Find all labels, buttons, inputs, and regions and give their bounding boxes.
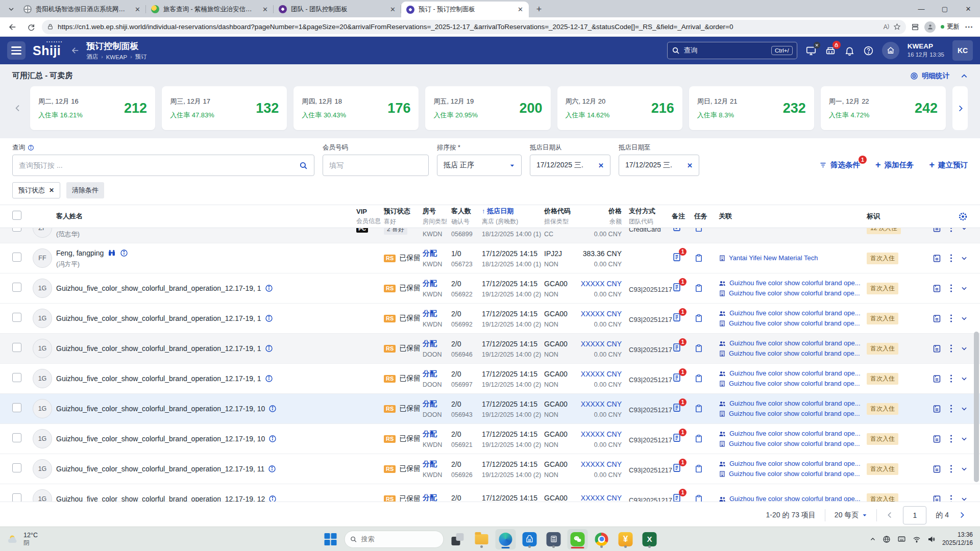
expand-row-chevron-icon[interactable] xyxy=(961,228,968,232)
related-link[interactable]: Guizhou five color show colorful brand o… xyxy=(719,494,867,502)
registration-card-icon[interactable] xyxy=(932,434,942,444)
hamburger-menu-icon[interactable] xyxy=(7,41,26,60)
info-icon[interactable] xyxy=(265,344,273,353)
tab-close-icon[interactable]: ✕ xyxy=(261,5,270,14)
availability-card[interactable]: 周六, 12月 20 入住率 14.62% 216 xyxy=(557,86,682,130)
price[interactable]: XXXXX CNY xyxy=(574,339,622,349)
browser-tab[interactable]: 旅客查询 - 紫楠旅馆业治安信息管 ✕ xyxy=(146,2,274,17)
registration-card-icon[interactable] xyxy=(932,228,942,233)
binoculars-icon[interactable] xyxy=(107,248,116,258)
more-actions-icon[interactable] xyxy=(950,314,952,323)
registration-card-icon[interactable] xyxy=(932,464,942,474)
help-icon[interactable] xyxy=(863,45,874,56)
clear-filters-chip[interactable]: 清除条件 xyxy=(66,182,104,198)
guest-name[interactable]: Guizhou_five_color_show_colorful_brand_o… xyxy=(56,284,261,292)
arrival-to-input[interactable]: 17/12/2025 三. ✕ xyxy=(619,155,699,176)
info-icon[interactable] xyxy=(265,374,273,383)
note-icon-wrap[interactable]: 1 xyxy=(672,493,682,502)
network-icon[interactable] xyxy=(913,535,921,543)
read-aloud-icon[interactable]: A) xyxy=(884,23,889,31)
note-icon-wrap[interactable]: 1 xyxy=(672,372,682,383)
more-actions-icon[interactable] xyxy=(950,284,952,293)
arrival-from-input[interactable]: 17/12/2025 三. ✕ xyxy=(530,155,610,176)
availability-card[interactable]: 周日, 12月 21 入住率 8.3% 232 xyxy=(689,86,814,130)
cashier-icon[interactable] xyxy=(825,45,836,56)
refresh-icon[interactable] xyxy=(23,19,39,35)
note-icon-wrap[interactable]: 1 xyxy=(672,282,682,292)
info-icon[interactable] xyxy=(28,144,34,151)
row-checkbox[interactable] xyxy=(12,253,21,262)
price[interactable]: 383.36 CNY xyxy=(574,248,622,259)
guest-name[interactable]: Guizhou_five_color_show_colorful_brand_o… xyxy=(56,495,265,502)
remove-chip-icon[interactable]: ✕ xyxy=(49,187,54,194)
expand-row-chevron-icon[interactable] xyxy=(961,255,968,262)
tab-close-icon[interactable]: ✕ xyxy=(388,5,397,14)
wechat-button[interactable] xyxy=(568,529,588,549)
expand-row-chevron-icon[interactable] xyxy=(961,345,968,352)
volume-icon[interactable] xyxy=(927,535,936,543)
related-link[interactable]: Guizhou five color show colorful brand o… xyxy=(719,439,867,449)
task-icon[interactable] xyxy=(694,464,719,473)
breadcrumb-hotel[interactable]: 酒店 xyxy=(86,53,98,61)
expand-row-chevron-icon[interactable] xyxy=(961,285,968,292)
task-icon[interactable] xyxy=(694,284,719,293)
collections-icon[interactable] xyxy=(911,23,919,31)
price[interactable]: XXXXX CNY xyxy=(574,279,622,289)
more-actions-icon[interactable] xyxy=(950,228,952,233)
info-icon[interactable] xyxy=(268,405,277,413)
assign-room-link[interactable]: 分配 xyxy=(423,493,437,502)
more-actions-icon[interactable] xyxy=(950,404,952,413)
note-icon-wrap[interactable]: 1 xyxy=(672,403,682,413)
row-checkbox[interactable] xyxy=(12,373,21,382)
tab-close-icon[interactable]: ✕ xyxy=(516,5,525,14)
per-page-select[interactable]: 20 每页 xyxy=(835,511,867,520)
add-task-button[interactable]: + 添加任务 xyxy=(875,160,914,170)
lock-icon[interactable] xyxy=(47,23,54,30)
cards-next-icon[interactable] xyxy=(952,86,968,130)
related-link[interactable]: Guizhou five color show colorful brand o… xyxy=(719,348,867,359)
related-link[interactable]: Guizhou five color show colorful brand o… xyxy=(719,338,867,348)
calculator-button[interactable] xyxy=(544,529,564,549)
price[interactable]: XXXXX CNY xyxy=(574,369,622,379)
registration-card-icon[interactable] xyxy=(932,314,942,323)
browser-update-button[interactable]: 更新 xyxy=(941,22,960,31)
workstation-icon[interactable]: ✕ xyxy=(805,45,817,56)
excel-button[interactable]: X xyxy=(640,529,660,549)
tab-close-icon[interactable]: ✕ xyxy=(133,5,142,14)
taskbar-clock[interactable]: 13:36 2025/12/16 xyxy=(942,531,973,547)
assign-room-link[interactable]: 分配 xyxy=(423,309,437,318)
task-icon[interactable] xyxy=(694,434,719,443)
breadcrumb-page[interactable]: 预订 xyxy=(135,53,147,61)
note-icon-wrap[interactable]: 1 xyxy=(672,252,682,262)
task-icon[interactable] xyxy=(694,344,719,353)
guest-name[interactable]: Guizhou_five_color_show_colorful_brand_o… xyxy=(56,344,261,353)
price[interactable]: XXXXX CNY xyxy=(574,309,622,319)
sort-by-select[interactable]: 抵店 正序 xyxy=(437,155,522,176)
prefs-badge[interactable]: 2 喜好 xyxy=(384,228,407,235)
browser-tab[interactable]: 预订 - 预订控制面板 ✕ xyxy=(401,2,529,17)
row-checkbox[interactable] xyxy=(12,283,21,292)
related-link[interactable]: Guizhou five color show colorful brand o… xyxy=(719,288,867,298)
prev-page-icon[interactable] xyxy=(886,511,894,519)
assign-room-link[interactable]: 分配 xyxy=(423,460,437,469)
row-checkbox[interactable] xyxy=(12,343,21,352)
row-checkbox[interactable] xyxy=(12,313,21,322)
note-icon-wrap[interactable]: 1 xyxy=(672,312,682,322)
filter-conditions-button[interactable]: 筛选条件 1 xyxy=(819,160,860,170)
assign-room-link[interactable]: 分配 xyxy=(423,249,437,258)
related-link[interactable]: Guizhou five color show colorful brand o… xyxy=(719,398,867,409)
tab-search-icon[interactable] xyxy=(4,2,18,16)
info-icon[interactable] xyxy=(268,495,277,502)
member-number-input[interactable] xyxy=(329,161,422,169)
row-checkbox[interactable] xyxy=(12,493,21,502)
note-icon-wrap[interactable]: 1 xyxy=(672,433,682,443)
task-icon[interactable] xyxy=(694,494,719,502)
new-tab-button[interactable]: + xyxy=(532,2,546,16)
note-icon-wrap[interactable]: 1 xyxy=(672,463,682,473)
touch-keyboard-icon[interactable] xyxy=(897,535,906,543)
registration-card-icon[interactable] xyxy=(932,254,942,263)
page-scrollbar[interactable] xyxy=(974,332,979,482)
more-actions-icon[interactable] xyxy=(950,344,952,353)
row-checkbox[interactable] xyxy=(12,403,21,412)
info-icon[interactable] xyxy=(268,465,276,473)
